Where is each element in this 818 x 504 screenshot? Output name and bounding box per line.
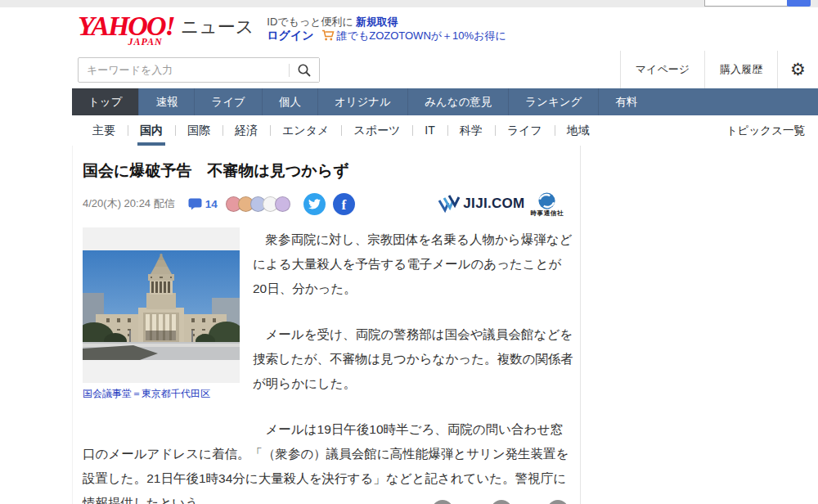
subnav-sports[interactable]: スポーツ xyxy=(341,115,412,146)
service-name-news[interactable]: ニュース xyxy=(181,15,254,39)
publish-date: 4/20(木) 20:24 配信 xyxy=(83,196,175,211)
subnav-chiiki[interactable]: 地域 xyxy=(555,115,602,146)
site-header: YAHOO! JAPAN ニュース IDでもっと便利に 新規取得 ログイン 誰で… xyxy=(72,7,818,51)
nav-tab-ranking[interactable]: ランキング xyxy=(508,88,598,115)
promo-text: IDでもっと便利に xyxy=(267,15,353,29)
facebook-f-icon: f xyxy=(341,197,346,214)
nav-tab-top[interactable]: トップ xyxy=(72,88,138,115)
subnav-it[interactable]: IT xyxy=(412,115,447,146)
twitter-share-button[interactable] xyxy=(303,193,326,215)
jiji-swirl-icon xyxy=(537,191,556,210)
nav-tab-kojin[interactable]: 個人 xyxy=(262,88,317,115)
signup-link[interactable]: 新規取得 xyxy=(356,15,398,29)
reaction-face-icon xyxy=(275,196,290,212)
zozo-promo-link[interactable]: 誰でもZOZOTOWNが＋10%お得に xyxy=(337,29,506,43)
jiji-source-logo[interactable]: JIJI.COM 時事通信社 xyxy=(437,190,564,218)
jiji-w-mark-icon xyxy=(437,192,461,215)
cart-icon xyxy=(321,29,335,42)
subnav-keizai[interactable]: 経済 xyxy=(222,115,270,146)
share-buttons: f xyxy=(303,193,355,215)
article-figure: 国会議事堂＝東京都千代田区 xyxy=(83,227,240,401)
article-title: 国会に爆破予告 不審物は見つからず xyxy=(83,160,575,182)
reaction-emoji-row[interactable] xyxy=(226,196,290,212)
nav-tab-live[interactable]: ライブ xyxy=(194,88,261,115)
subnav-life[interactable]: ライフ xyxy=(495,115,555,146)
settings-gear-icon[interactable]: ⚙ xyxy=(777,51,818,88)
jiji-wordmark: JIJI.COM xyxy=(463,196,524,212)
main-nav: トップ 速報 ライブ 個人 オリジナル みんなの意見 ランキング 有料 xyxy=(72,88,818,115)
category-nav: 主要 国内 国際 経済 エンタメ スポーツ IT 科学 ライフ 地域 トピックス… xyxy=(72,115,818,146)
browser-search-input[interactable] xyxy=(704,0,788,7)
header-utility-cells: マイページ 購入履歴 ⚙ xyxy=(620,51,818,88)
article-body: 国会議事堂＝東京都千代田区 衆参両院に対し、宗教団体を名乗る人物から爆弾などによ… xyxy=(83,227,575,504)
diet-building-photo xyxy=(83,250,240,360)
search-icon xyxy=(297,63,312,78)
search-input[interactable] xyxy=(79,64,289,76)
subnav-kokusai[interactable]: 国際 xyxy=(175,115,222,146)
nav-tab-opinions[interactable]: みんなの意見 xyxy=(407,88,508,115)
search-box xyxy=(78,57,320,83)
facebook-share-button[interactable]: f xyxy=(333,193,355,215)
login-link[interactable]: ログイン xyxy=(267,29,313,43)
jiji-agency-badge: 時事通信社 xyxy=(531,191,564,218)
mypage-link[interactable]: マイページ xyxy=(620,51,704,88)
jiji-agency-name: 時事通信社 xyxy=(531,209,564,218)
account-promo: IDでもっと便利に 新規取得 ログイン 誰でもZOZOTOWNが＋10%お得に xyxy=(267,15,506,43)
subnav-shuyo[interactable]: 主要 xyxy=(80,115,128,146)
top-strip xyxy=(0,0,818,7)
nav-tab-paid[interactable]: 有料 xyxy=(598,88,654,115)
browser-search-button[interactable] xyxy=(787,0,811,7)
topics-list-link[interactable]: トピックス一覧 xyxy=(726,124,805,138)
nav-tab-original[interactable]: オリジナル xyxy=(317,88,407,115)
article-meta-row: 4/20(木) 20:24 配信 14 xyxy=(83,192,575,215)
search-row: マイページ 購入履歴 ⚙ xyxy=(72,51,818,88)
comment-count: 14 xyxy=(205,198,218,210)
photo-caption-link[interactable]: 国会議事堂＝東京都千代田区 xyxy=(83,387,240,401)
search-button[interactable] xyxy=(290,58,319,82)
article-column: 国会に爆破予告 不審物は見つからず 4/20(木) 20:24 配信 14 xyxy=(72,146,581,504)
article-photo[interactable] xyxy=(83,227,240,383)
article-paragraph: メールは19日午後10時半ごろ、両院の問い合わせ窓口のメールアドレスに着信。「（… xyxy=(83,417,575,504)
yahoo-japan-logo[interactable]: YAHOO! JAPAN xyxy=(78,12,174,47)
twitter-bird-icon xyxy=(308,199,321,209)
subnav-kokunai[interactable]: 国内 xyxy=(128,115,175,146)
comment-count-link[interactable]: 14 xyxy=(188,198,218,210)
purchase-history-link[interactable]: 購入履歴 xyxy=(704,51,777,88)
comment-bubble-icon xyxy=(188,198,202,210)
nav-tab-sokuho[interactable]: 速報 xyxy=(138,88,194,115)
subnav-kagaku[interactable]: 科学 xyxy=(447,115,495,146)
subnav-entame[interactable]: エンタメ xyxy=(270,115,341,146)
